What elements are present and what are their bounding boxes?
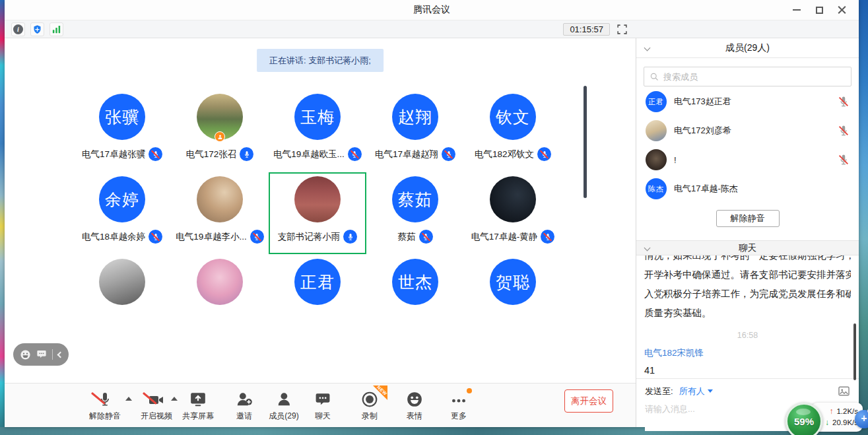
avatar: 张骥 bbox=[99, 94, 145, 140]
participant-tile[interactable]: 蔡茹 蔡茹 bbox=[366, 176, 464, 244]
avatar: 世杰 bbox=[392, 259, 438, 305]
toolbar-emoji-button[interactable]: 表情 bbox=[406, 389, 423, 422]
mic-muted-icon bbox=[149, 230, 162, 244]
chat-timestamp: 16:58 bbox=[644, 331, 851, 340]
participant-tile[interactable]: 电气172张召 bbox=[171, 94, 269, 161]
accelerator-plus-ball[interactable]: + bbox=[855, 410, 868, 428]
mic-muted-icon bbox=[541, 230, 554, 244]
member-row[interactable]: 电气172刘彦希 bbox=[636, 116, 859, 145]
meeting-info-button[interactable]: i bbox=[11, 22, 25, 36]
meeting-window: 腾讯会议 i 01:15:57 正在讲话: 支部书记蒋小雨; bbox=[5, 0, 859, 427]
maximize-button[interactable] bbox=[810, 0, 828, 20]
optimizer-percent: 59% bbox=[794, 416, 814, 427]
leave-meeting-button[interactable]: 离开会议 bbox=[564, 389, 613, 413]
mic-on-icon bbox=[343, 230, 357, 244]
quick-chat-icon[interactable] bbox=[36, 349, 47, 360]
upload-speed: 1.2K/s bbox=[836, 407, 858, 415]
participant-tile[interactable]: 玉梅 电气19卓越欧玉... bbox=[269, 94, 366, 161]
security-button[interactable] bbox=[30, 22, 44, 36]
member-name: 电气172刘彦希 bbox=[674, 125, 838, 137]
participant-name: 蔡茹 bbox=[398, 231, 416, 243]
toolbar-record-button[interactable]: NEW 录制 bbox=[361, 389, 378, 422]
member-row[interactable]: 陈杰 电气17卓越-陈杰 bbox=[636, 174, 859, 203]
toolbar-invite-button[interactable]: 邀请 bbox=[236, 389, 253, 422]
participant-tile[interactable]: 正君 bbox=[269, 259, 366, 305]
grid-scrollbar[interactable] bbox=[584, 86, 587, 198]
chat-messages[interactable]: 情况，如果出现了补考的一定要在假期强化学习，在 开学补考中确保通过。请各支部书记… bbox=[636, 255, 859, 378]
mobile-user-badge-icon bbox=[215, 131, 225, 142]
toolbar-chat-button[interactable]: 聊天 bbox=[315, 389, 331, 422]
toolbar-unmute-button[interactable]: 解除静音 bbox=[89, 389, 121, 422]
meeting-toolbar: 解除静音 开启视频 共享屏幕 邀请 成员(29) bbox=[5, 383, 636, 427]
close-icon bbox=[838, 6, 846, 15]
participant-name: 电气172张召 bbox=[186, 149, 237, 160]
desktop-edge-left bbox=[0, 0, 5, 435]
unmute-row: 解除静音 bbox=[636, 203, 859, 234]
participant-tile[interactable]: 赵翔 电气17卓越赵翔 bbox=[366, 94, 464, 161]
meeting-timer: 01:15:57 bbox=[563, 23, 610, 36]
chat-scrollbar[interactable] bbox=[853, 323, 856, 380]
unmute-button[interactable]: 解除静音 bbox=[716, 210, 780, 227]
chat-title: 聊天 bbox=[636, 242, 859, 254]
avatar-photo bbox=[99, 259, 145, 305]
send-to-label: 发送至: bbox=[645, 385, 673, 397]
chat-header: 聊天 bbox=[636, 240, 859, 255]
member-mic-muted-icon bbox=[838, 154, 850, 166]
video-grid-area: 正在讲话: 支部书记蒋小雨; 张骥 电气17卓越张骥 电气172张召 玉梅 电气… bbox=[5, 38, 636, 427]
member-name: ! bbox=[674, 155, 838, 165]
members-header: 成员(29人) bbox=[636, 38, 859, 58]
desktop-edge-right bbox=[859, 0, 868, 435]
avatar-initials: 张骥 bbox=[105, 106, 139, 128]
mic-on-icon bbox=[240, 147, 253, 161]
ball-highlight bbox=[796, 409, 811, 415]
participant-tile[interactable]: 贺聪 bbox=[464, 259, 562, 305]
toolbar-share-screen-button[interactable]: 共享屏幕 bbox=[182, 389, 214, 422]
close-button[interactable] bbox=[832, 0, 851, 20]
participant-tile[interactable]: 钦文 电气182邓钦文 bbox=[464, 94, 562, 161]
video-options-arrow[interactable] bbox=[171, 397, 178, 401]
mic-options-arrow[interactable] bbox=[125, 397, 132, 401]
participant-tile[interactable] bbox=[171, 259, 269, 305]
participant-tile[interactable]: 张骥 电气17卓越张骥 bbox=[73, 94, 171, 161]
participant-tile[interactable]: 余婷 电气18卓越余婷 bbox=[73, 176, 171, 244]
floating-reaction-pill[interactable] bbox=[13, 343, 69, 366]
member-avatar-photo bbox=[646, 149, 667, 170]
member-avatar-photo bbox=[646, 120, 667, 141]
avatar-initials: 蔡茹 bbox=[398, 189, 432, 211]
mic-muted-icon bbox=[419, 230, 433, 244]
chat-message-text: 情况，如果出现了补考的一定要在假期强化学习，在 开学补考中确保通过。请各支部书记… bbox=[644, 255, 851, 323]
picture-icon bbox=[838, 385, 850, 397]
participant-name: 电气19卓越李小... bbox=[176, 231, 246, 243]
participant-tile[interactable]: 世杰 bbox=[366, 259, 464, 305]
fullscreen-icon[interactable] bbox=[617, 24, 628, 35]
emoji-icon[interactable] bbox=[20, 349, 31, 360]
send-image-button[interactable] bbox=[838, 385, 850, 397]
upload-arrow-icon: ↑ bbox=[829, 407, 833, 415]
member-search-input[interactable] bbox=[663, 72, 846, 82]
mic-muted-icon bbox=[442, 147, 455, 161]
send-target-dropdown[interactable]: 所有人 bbox=[679, 385, 713, 397]
optimizer-ball[interactable]: 59% bbox=[785, 403, 822, 435]
search-icon bbox=[650, 72, 659, 82]
member-name: 电气173赵正君 bbox=[674, 96, 838, 108]
avatar: 赵翔 bbox=[392, 94, 438, 140]
participant-tile[interactable]: 电气19卓越李小... bbox=[171, 176, 269, 244]
network-status-button[interactable] bbox=[50, 22, 63, 36]
participant-tile[interactable]: 电气17卓越-黄静 bbox=[464, 176, 562, 244]
toolbar-members-button[interactable]: 成员(29) bbox=[269, 389, 298, 422]
minimize-button[interactable] bbox=[787, 0, 806, 20]
participant-tile-active-speaker[interactable]: 支部书记蒋小雨 bbox=[269, 172, 366, 254]
member-row[interactable]: ! bbox=[636, 145, 859, 174]
member-row[interactable]: 正君 电气173赵正君 bbox=[636, 87, 859, 116]
avatar: 余婷 bbox=[99, 176, 145, 222]
participant-name: 电气182邓钦文 bbox=[475, 149, 534, 160]
toolbar-more-button[interactable]: 更多 bbox=[450, 389, 468, 422]
sidebar-panel: 成员(29人) 正君 电气173赵正君 电气172刘彦希 ! bbox=[636, 38, 859, 427]
collapse-pill-icon[interactable] bbox=[57, 351, 63, 358]
member-search-box[interactable] bbox=[644, 67, 851, 86]
toolbar-start-video-button[interactable]: 开启视频 bbox=[141, 389, 172, 422]
avatar-initials: 余婷 bbox=[105, 189, 139, 211]
mic-muted-icon bbox=[149, 147, 162, 161]
download-arrow-icon: ↓ bbox=[825, 418, 829, 426]
participant-tile[interactable] bbox=[73, 259, 171, 305]
